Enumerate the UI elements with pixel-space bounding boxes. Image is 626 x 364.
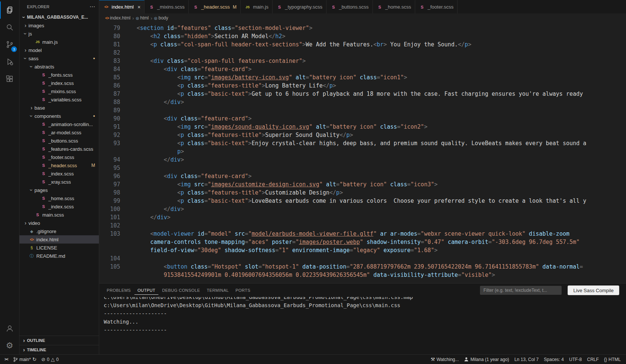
line-number[interactable]: 95 bbox=[99, 164, 137, 172]
file-item-gitignore[interactable]: ◆.gitignore bbox=[19, 227, 99, 235]
code-editor[interactable]: 79<section id="features" class="section-… bbox=[99, 22, 626, 283]
panel-tab-ports[interactable]: PORTS bbox=[233, 286, 253, 295]
line-number[interactable] bbox=[99, 238, 137, 246]
folder-item-abstracts[interactable]: ›abstracts bbox=[19, 62, 99, 71]
branch-status-item[interactable]: main* ↻ bbox=[12, 355, 38, 364]
output-channel-button[interactable]: Live Sass Compile bbox=[568, 285, 619, 295]
file-item-index-html[interactable]: <>index.html bbox=[19, 235, 99, 244]
line-number[interactable]: 90 bbox=[99, 114, 137, 123]
line-number[interactable]: 103 bbox=[99, 230, 137, 238]
tab-mixins-scss[interactable]: S_mixins.scss bbox=[145, 0, 189, 13]
tab-buttons-scss[interactable]: S_buttons.scss bbox=[326, 0, 373, 13]
outline-section[interactable]: › OUTLINE bbox=[19, 336, 99, 345]
line-number[interactable] bbox=[99, 147, 137, 156]
line-number[interactable]: 96 bbox=[99, 172, 137, 180]
folder-item-images[interactable]: ›images bbox=[19, 21, 99, 30]
line-number[interactable]: 87 bbox=[99, 90, 137, 98]
line-number[interactable]: 99 bbox=[99, 197, 137, 205]
line-number[interactable]: 92 bbox=[99, 131, 137, 139]
line-number[interactable]: 83 bbox=[99, 57, 137, 65]
timeline-section[interactable]: › TIMELINE bbox=[19, 345, 99, 354]
indentation-item[interactable]: Spaces: 4 bbox=[543, 355, 565, 364]
explorer-icon[interactable] bbox=[0, 1, 19, 19]
folder-item-js[interactable]: ›js bbox=[19, 30, 99, 38]
problems-status-item[interactable]: ⊘ 0 △ 0 bbox=[40, 355, 60, 364]
line-number[interactable]: 100 bbox=[99, 205, 137, 213]
remote-indicator[interactable]: >< bbox=[3, 355, 10, 364]
sass-watching-item[interactable]: ⚒ Watching... bbox=[429, 355, 460, 364]
folder-item-pages[interactable]: ›pages bbox=[19, 186, 99, 194]
cursor-position-item[interactable]: Ln 13, Col 7 bbox=[513, 355, 540, 364]
folder-item-components[interactable]: ›components● bbox=[19, 112, 99, 120]
file-item-index-scss[interactable]: S_index.scss bbox=[19, 79, 99, 87]
tab-main-js[interactable]: JSmain.js bbox=[241, 0, 273, 13]
line-number[interactable]: 91 bbox=[99, 123, 137, 131]
line-number[interactable]: 89 bbox=[99, 106, 137, 114]
file-item-readme-md[interactable]: ⓘREADME.md bbox=[19, 252, 99, 260]
line-number[interactable]: 85 bbox=[99, 73, 137, 82]
file-item-xray-scss[interactable]: S_xray.scss bbox=[19, 178, 99, 186]
breadcrumb-item-index-html[interactable]: index.html bbox=[110, 15, 131, 21]
line-number[interactable]: 98 bbox=[99, 189, 137, 197]
file-item-license[interactable]: §LICENSE bbox=[19, 244, 99, 252]
folder-item-model[interactable]: ›model bbox=[19, 46, 99, 54]
line-number[interactable]: 84 bbox=[99, 65, 137, 73]
more-actions-icon[interactable]: ⋯ bbox=[89, 3, 95, 10]
file-item-ar-model-scss[interactable]: S_ar-model.scss bbox=[19, 128, 99, 137]
tab-header-scss[interactable]: S_header.scssM bbox=[189, 0, 241, 13]
language-mode-item[interactable]: {} HTML bbox=[602, 355, 622, 364]
file-item-index-scss[interactable]: S_index.scss bbox=[19, 202, 99, 211]
run-debug-icon[interactable] bbox=[0, 53, 19, 70]
line-number[interactable] bbox=[99, 271, 137, 279]
file-item-home-scss[interactable]: S_home.scss bbox=[19, 194, 99, 202]
file-item-fonts-scss[interactable]: S_fonts.scss bbox=[19, 71, 99, 79]
close-icon[interactable]: × bbox=[137, 4, 140, 10]
file-item-variables-scss[interactable]: S_variables.scss bbox=[19, 95, 99, 104]
tab-footer-scss[interactable]: S_footer.scss bbox=[415, 0, 458, 13]
workspace-root-folder[interactable]: › MILANA_GABBASSOVA_E... bbox=[19, 13, 99, 21]
line-number[interactable]: 86 bbox=[99, 82, 137, 90]
folder-item-sass[interactable]: ›sass● bbox=[19, 54, 99, 62]
file-item-index-scss[interactable]: S_index.scss bbox=[19, 169, 99, 178]
panel-tab-debug-console[interactable]: DEBUG CONSOLE bbox=[159, 286, 203, 295]
file-item-mixins-scss[interactable]: S_mixins.scss bbox=[19, 87, 99, 95]
line-number[interactable]: 101 bbox=[99, 213, 137, 221]
folder-item-video[interactable]: ›video bbox=[19, 219, 99, 227]
line-number[interactable]: 79 bbox=[99, 24, 137, 32]
breadcrumb-item-body[interactable]: body bbox=[158, 15, 168, 21]
line-number[interactable]: 93 bbox=[99, 139, 137, 147]
git-blame-item[interactable]: Milana (1 year ago) bbox=[462, 355, 510, 364]
line-number[interactable]: 104 bbox=[99, 254, 137, 263]
eol-item[interactable]: CRLF bbox=[586, 355, 600, 364]
search-icon[interactable] bbox=[0, 19, 19, 36]
panel-tab-terminal[interactable]: TERMINAL bbox=[204, 286, 232, 295]
file-item-header-scss[interactable]: S_header.scssM bbox=[19, 161, 99, 169]
account-icon[interactable] bbox=[0, 320, 19, 337]
line-number[interactable]: 80 bbox=[99, 32, 137, 40]
line-number[interactable]: 88 bbox=[99, 98, 137, 106]
breadcrumb-item-html[interactable]: html bbox=[140, 15, 149, 21]
file-item-animation-scrollin[interactable]: S_animation-scrollin... bbox=[19, 120, 99, 128]
line-number[interactable]: 82 bbox=[99, 49, 137, 57]
file-item-main-js[interactable]: JSmain.js bbox=[19, 38, 99, 46]
panel-tab-output[interactable]: OUTPUT bbox=[134, 286, 158, 295]
line-number[interactable]: 81 bbox=[99, 40, 137, 49]
output-filter-input[interactable] bbox=[480, 286, 562, 295]
source-control-icon[interactable]: 3 bbox=[0, 36, 19, 53]
line-number[interactable]: 94 bbox=[99, 156, 137, 164]
line-number[interactable] bbox=[99, 246, 137, 254]
line-number[interactable]: 105 bbox=[99, 263, 137, 271]
extensions-icon[interactable] bbox=[0, 70, 19, 88]
tab-index-html[interactable]: <>index.html× bbox=[99, 0, 145, 13]
settings-gear-icon[interactable]: ⚙ bbox=[0, 337, 19, 354]
encoding-item[interactable]: UTF-8 bbox=[568, 355, 583, 364]
file-item-buttons-scss[interactable]: S_buttons.scss bbox=[19, 137, 99, 145]
folder-item-base[interactable]: ›base bbox=[19, 104, 99, 112]
line-number[interactable]: 97 bbox=[99, 180, 137, 189]
tab-typography-scss[interactable]: S_typography.scss bbox=[273, 0, 326, 13]
tab-home-scss[interactable]: S_home.scss bbox=[373, 0, 415, 13]
file-item-footer-scss[interactable]: S_footer.scss bbox=[19, 153, 99, 161]
file-item-main-scss[interactable]: Smain.scss bbox=[19, 211, 99, 219]
panel-tab-problems[interactable]: PROBLEMS bbox=[104, 286, 134, 295]
file-item-features-cards-scss[interactable]: S_features-cards.scss bbox=[19, 145, 99, 153]
